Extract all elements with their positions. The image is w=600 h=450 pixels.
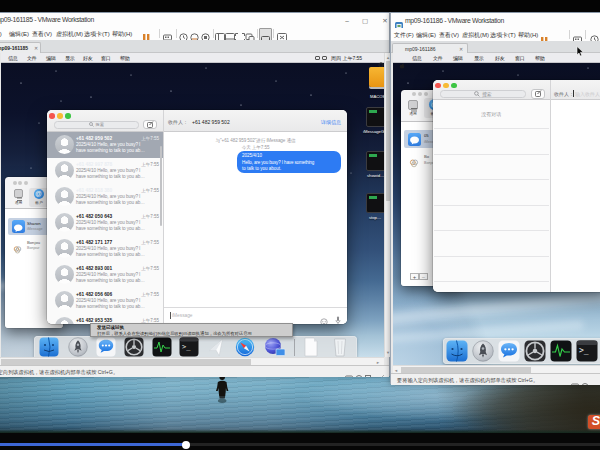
conversation-row[interactable]: +61 482 893 001上午7:552025/4/10 Hello, ar… (47, 262, 163, 288)
prefs-close-icon[interactable] (13, 181, 17, 185)
status-hdd-icon[interactable] (345, 368, 353, 377)
scroll-thumb[interactable] (401, 367, 531, 373)
mac-menu-buddies[interactable]: 好友 (83, 55, 93, 61)
microphone-icon[interactable] (335, 311, 341, 324)
mac-menu-messages[interactable]: 信息 (8, 55, 18, 61)
messages-dock-icon[interactable] (96, 337, 116, 357)
conversation-row[interactable]: +61 482 997 878上午7:552025/4/10 Hello, ar… (47, 158, 163, 184)
conversation-list-empty[interactable]: 没有对话 (433, 100, 550, 292)
mac-menu-file[interactable]: 文件 (27, 55, 37, 61)
messages-window-right[interactable]: 搜索 收件人： 输入收件人 没有对话 (433, 80, 600, 292)
mac-menu-buddies[interactable]: 好友 (495, 55, 505, 61)
menubar-clock[interactable]: 周四 上午7:55 (331, 55, 362, 61)
scroll-thumb[interactable] (1, 359, 251, 365)
activity-monitor-icon[interactable] (550, 340, 572, 366)
menu-edit[interactable]: 编辑(E) (416, 31, 436, 40)
close-traffic-light[interactable] (435, 83, 441, 89)
mac-menu-window[interactable]: 窗口 (515, 55, 525, 61)
wheel-icon[interactable] (124, 337, 144, 357)
messages-dock-icon[interactable] (498, 340, 520, 366)
terminal-icon[interactable]: >_ (179, 337, 199, 357)
minimize-traffic-light[interactable] (57, 113, 63, 119)
prefs-minimize-icon[interactable] (18, 181, 22, 185)
hscrollbar-left-window[interactable]: ◄ ► (0, 357, 384, 365)
prefs-general-icon[interactable] (408, 100, 418, 110)
tab-mp09-161186[interactable]: mp09-161186 ✕ (392, 43, 468, 54)
mac-menu-view[interactable]: 显示 (474, 55, 484, 61)
titlebar-left[interactable]: mp09-161185 - VMware Workstation – ▢ ✕ (0, 13, 389, 26)
prefs-zoom-icon[interactable] (24, 181, 28, 185)
close-traffic-light[interactable] (49, 113, 55, 119)
details-button[interactable]: 详细信息 (321, 119, 341, 125)
messages-window-left[interactable]: 搜索 收件人： +61 482 959 502 详细信息 +61 482 959… (47, 110, 347, 324)
conversation-row[interactable]: +61 482 050 643上午7:552025/4/10 Hello, ar… (47, 210, 163, 236)
menu-view[interactable]: 查看(V) (439, 31, 459, 40)
apple-icon[interactable] (399, 55, 405, 73)
prefs-general-icon[interactable] (14, 189, 23, 198)
prefs-accounts-icon[interactable]: @ (34, 189, 44, 199)
zoom-traffic-light[interactable] (451, 83, 457, 89)
mac-menu-window[interactable]: 窗口 (101, 55, 111, 61)
add-account-button[interactable]: + (410, 273, 419, 280)
tab-close-icon[interactable]: ✕ (459, 46, 463, 52)
mac-menu-edit[interactable]: 编辑 (46, 55, 56, 61)
menu-edit[interactable]: 编辑(E) (9, 30, 29, 39)
mac-menu-view[interactable]: 显示 (65, 55, 75, 61)
document-icon[interactable] (301, 337, 321, 357)
prefs-general-label[interactable]: 通用 (11, 200, 27, 205)
conversation-list[interactable]: +61 482 959 502上午7:552025/4/10 Hello, ar… (47, 132, 163, 324)
network-orb-icon[interactable] (264, 337, 286, 357)
minimize-traffic-light[interactable] (443, 83, 449, 89)
maximize-button[interactable]: ▢ (360, 16, 370, 26)
menu-file[interactable]: 文件(F) (0, 30, 2, 39)
vm-screen-right[interactable]: 信息 文件 编辑 显示 好友 窗口 帮助 通用 @ 帐户 (393, 53, 600, 377)
desktop-file-3[interactable] (366, 193, 384, 213)
zoom-traffic-light[interactable] (65, 113, 71, 119)
prefs-accounts-label[interactable]: 帐户 (31, 200, 47, 205)
conversation-row[interactable]: +61 482 171 177上午7:552025/4/10 Hello, ar… (47, 236, 163, 262)
desktop-file-1[interactable] (366, 107, 384, 127)
menu-help[interactable]: 帮助(H) (112, 30, 132, 39)
conversation-row[interactable]: +61 482 056 606上午7:552025/4/10 Hello, ar… (47, 288, 163, 314)
minimize-button[interactable]: – (342, 16, 352, 26)
terminal-icon[interactable]: >_ (576, 340, 598, 366)
menu-vm[interactable]: 虚拟机(M) (56, 30, 83, 39)
list-scrollbar-thumb[interactable] (160, 146, 163, 226)
seek-knob[interactable] (182, 441, 190, 449)
desktop-file-2[interactable] (366, 151, 384, 171)
prefs-zoom-icon[interactable] (424, 92, 428, 96)
tab-mp09-161185[interactable]: mp09-161185 ✕ (0, 42, 41, 54)
conversation-row[interactable]: +61 482 959 502上午7:552025/4/10 Hello, ar… (47, 132, 163, 158)
hscrollbar-right-window[interactable]: ◄ (393, 365, 600, 373)
menu-tabs[interactable]: 选项卡(T) (84, 30, 110, 39)
status-hdd-icon[interactable] (571, 376, 579, 385)
prefs-general-label[interactable]: 通用 (405, 111, 421, 116)
finder-icon[interactable] (446, 340, 468, 366)
status-cd-icon[interactable] (581, 376, 589, 385)
menu-vm[interactable]: 虚拟机(M) (462, 31, 489, 40)
safari-icon[interactable] (235, 337, 255, 357)
activity-monitor-icon[interactable] (152, 337, 172, 357)
status-network-icon[interactable] (365, 368, 373, 377)
search-input[interactable]: 搜索 (54, 121, 139, 129)
dart-icon[interactable] (208, 337, 228, 357)
prefs-minimize-icon[interactable] (418, 92, 422, 96)
menu-help[interactable]: 帮助(H) (518, 31, 538, 40)
prefs-close-icon[interactable] (412, 92, 416, 96)
launchpad-icon[interactable] (472, 340, 494, 366)
status-cd-icon[interactable] (355, 368, 363, 377)
message-input-row[interactable]: iMessage (164, 307, 347, 324)
remove-account-button[interactable]: − (419, 273, 428, 280)
emoji-icon[interactable] (320, 312, 328, 325)
close-button[interactable]: ✕ (380, 16, 390, 26)
compose-button[interactable] (531, 89, 545, 99)
tab-close-icon[interactable]: ✕ (34, 45, 38, 51)
resize-grip[interactable] (377, 368, 385, 377)
titlebar-right[interactable]: mp09-161186 - VMware Workstation (391, 13, 600, 28)
finder-icon[interactable] (39, 337, 59, 357)
mac-menu-edit[interactable]: 编辑 (453, 55, 463, 61)
compose-button[interactable] (143, 120, 157, 129)
status-icon-1[interactable] (315, 56, 320, 61)
to-value[interactable]: +61 482 959 502 (192, 119, 230, 125)
menu-tabs[interactable]: 选项卡(T) (490, 31, 516, 40)
